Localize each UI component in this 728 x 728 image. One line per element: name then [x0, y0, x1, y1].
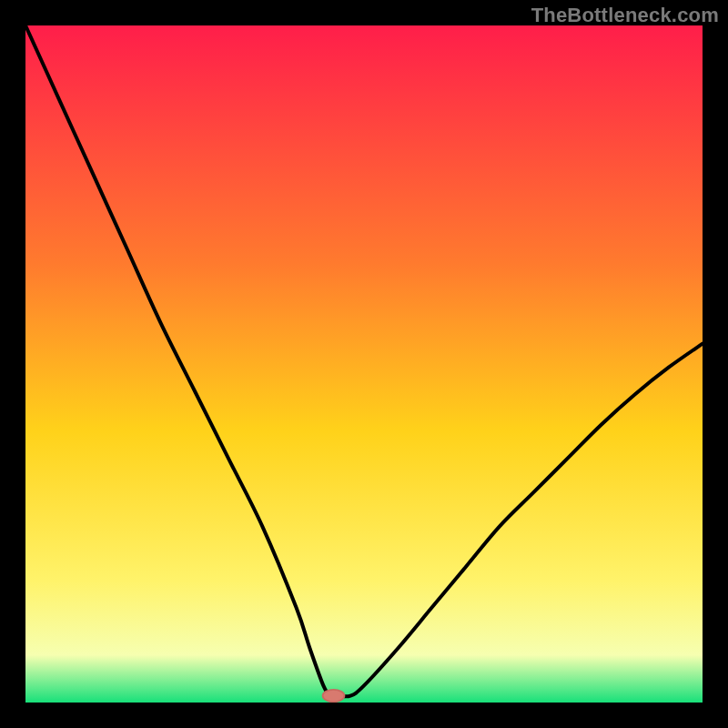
minimum-marker-icon — [323, 690, 345, 702]
chart-container: { "watermark": "TheBottleneck.com", "col… — [0, 0, 728, 728]
plot-area — [25, 25, 703, 703]
watermark-text: TheBottleneck.com — [531, 4, 719, 27]
gradient-background — [25, 25, 703, 703]
bottleneck-chart — [25, 25, 703, 703]
